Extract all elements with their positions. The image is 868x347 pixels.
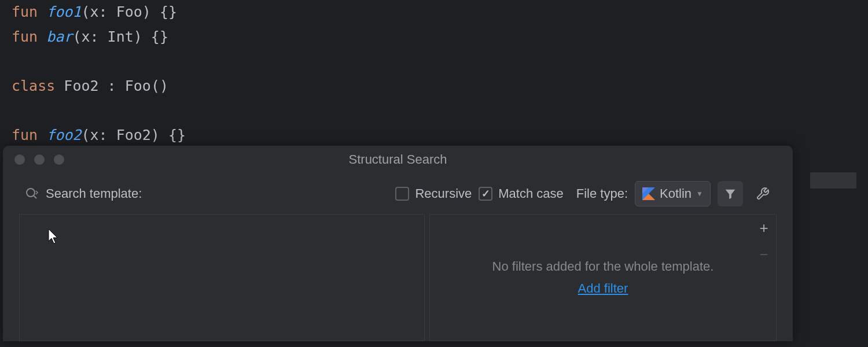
- add-filter-link[interactable]: Add filter: [578, 281, 628, 296]
- close-window-button[interactable]: [14, 154, 25, 165]
- minimap-highlight: [810, 172, 856, 189]
- dialog-panels: + − No filters added for the whole templ…: [3, 214, 793, 341]
- dialog-toolbar: Search template: Recursive Match case Fi…: [3, 174, 793, 214]
- kotlin-icon: [642, 187, 655, 200]
- code-line: [12, 98, 856, 123]
- search-template-input[interactable]: [19, 214, 425, 341]
- recursive-checkbox[interactable]: Recursive: [395, 186, 472, 201]
- recursive-label: Recursive: [415, 186, 472, 201]
- svg-point-0: [27, 189, 35, 197]
- code-line: [12, 49, 856, 74]
- maximize-window-button[interactable]: [54, 154, 64, 165]
- window-controls: [14, 154, 64, 165]
- code-line: class Foo2 : Foo(): [12, 74, 856, 99]
- no-filters-text: No filters added for the whole template.: [492, 259, 714, 274]
- file-type-value: Kotlin: [660, 186, 692, 201]
- code-line: fun foo1(x: Foo) {}: [12, 0, 856, 25]
- search-template-label: Search template:: [46, 186, 142, 201]
- filter-icon: [724, 187, 737, 200]
- tools-button[interactable]: [750, 181, 775, 206]
- code-editor[interactable]: fun foo1(x: Foo) {} fun bar(x: Int) {} c…: [0, 0, 868, 147]
- match-case-checkbox[interactable]: Match case: [479, 186, 564, 201]
- chevron-down-icon: ▼: [696, 190, 703, 198]
- add-button[interactable]: +: [755, 219, 773, 237]
- file-type-dropdown[interactable]: Kotlin ▼: [635, 181, 711, 206]
- checkbox-box: [479, 187, 492, 201]
- dialog-title: Structural Search: [349, 152, 447, 167]
- code-line: fun bar(x: Int) {}: [12, 25, 856, 50]
- dialog-titlebar[interactable]: Structural Search: [3, 146, 793, 174]
- checkbox-box: [395, 187, 409, 201]
- filters-panel: + − No filters added for the whole templ…: [429, 214, 777, 341]
- structural-search-dialog: Structural Search Search template: Recur…: [3, 146, 793, 341]
- minimize-window-button[interactable]: [34, 154, 45, 165]
- search-icon[interactable]: [25, 187, 39, 201]
- match-case-label: Match case: [498, 186, 564, 201]
- wrench-icon: [756, 187, 770, 201]
- filter-button[interactable]: [718, 181, 743, 206]
- code-line: fun foo2(x: Foo2) {}: [12, 123, 856, 148]
- remove-button[interactable]: −: [755, 246, 773, 263]
- svg-line-1: [34, 195, 36, 198]
- file-type-label: File type:: [576, 186, 628, 201]
